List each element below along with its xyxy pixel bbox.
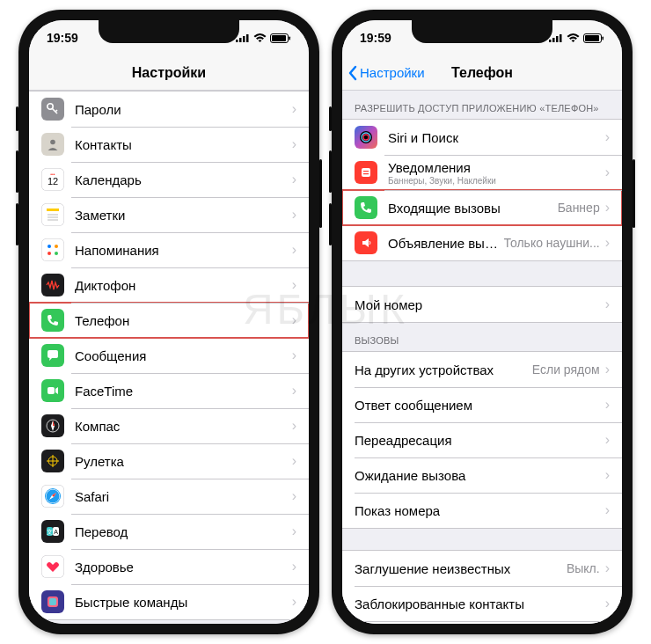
row-label: Напоминания <box>75 243 290 258</box>
settings-row[interactable]: Заметки› <box>29 197 309 232</box>
row-label: Входящие вызовы <box>388 201 558 216</box>
svg-rect-5 <box>272 35 286 41</box>
chevron-right-icon: › <box>292 101 296 117</box>
svg-rect-0 <box>236 40 238 42</box>
chevron-right-icon: › <box>605 235 610 251</box>
settings-row[interactable]: FaceTime› <box>29 373 309 408</box>
row-label: Заблокированные контакты <box>355 596 603 611</box>
settings-row[interactable]: 文AПеревод› <box>29 514 309 549</box>
svg-rect-37 <box>560 34 562 42</box>
settings-row[interactable]: Контакты› <box>29 127 309 162</box>
row-value: Только наушни... <box>504 236 600 250</box>
settings-row[interactable]: Диктофон› <box>29 267 309 303</box>
settings-row[interactable]: Рулетка› <box>29 443 309 479</box>
settings-row[interactable]: Входящие вызовыБаннер› <box>342 190 622 225</box>
chevron-right-icon: › <box>605 165 610 180</box>
notch <box>99 20 239 43</box>
person-icon <box>41 133 64 156</box>
settings-row[interactable]: Показ номера› <box>342 493 622 528</box>
shortcuts-icon <box>41 590 64 613</box>
chevron-right-icon: › <box>292 312 296 328</box>
settings-row[interactable]: Здоровье› <box>29 549 309 584</box>
settings-row[interactable]: Сообщать о спаме (SMS/звонки)› <box>342 621 622 624</box>
svg-rect-39 <box>585 35 599 41</box>
settings-row[interactable]: Заблокированные контакты› <box>342 586 622 621</box>
chevron-right-icon: › <box>292 383 296 399</box>
measure-icon <box>41 450 64 472</box>
svg-rect-45 <box>363 171 369 172</box>
chevron-right-icon: › <box>605 296 610 312</box>
cal-icon: •••12 <box>41 168 64 191</box>
notif-icon <box>355 161 377 184</box>
settings-row[interactable]: Ожидание вызова› <box>342 457 622 493</box>
row-label: На других устройствах <box>355 362 532 377</box>
settings-row[interactable]: На других устройствахЕсли рядом› <box>342 352 622 387</box>
chevron-right-icon: › <box>605 129 610 145</box>
svg-rect-3 <box>246 34 249 42</box>
section-header: РАЗРЕШИТЬ ДОСТУП ПРИЛОЖЕНИЮ «ТЕЛЕФОН» <box>342 91 622 119</box>
siri-icon <box>355 126 377 149</box>
status-time: 19:59 <box>360 31 391 45</box>
battery-icon <box>583 33 604 43</box>
row-label: Сообщения <box>75 348 290 363</box>
row-label: Компас <box>75 419 290 434</box>
svg-rect-6 <box>289 36 291 40</box>
svg-point-15 <box>48 245 51 248</box>
svg-rect-2 <box>243 36 245 42</box>
chevron-right-icon: › <box>292 523 296 539</box>
notes-icon <box>41 203 64 226</box>
settings-row[interactable]: Заглушение неизвестныхВыкл.› <box>342 551 622 586</box>
row-label: Переадресация <box>355 433 603 448</box>
row-label: Siri и Поиск <box>388 130 603 145</box>
svg-rect-34 <box>549 40 552 42</box>
row-label: Быстрые команды <box>75 595 290 610</box>
settings-row[interactable]: Сообщения› <box>29 338 309 373</box>
svg-rect-1 <box>239 38 242 42</box>
svg-point-18 <box>55 252 58 255</box>
phone-icon <box>41 309 64 332</box>
reminders-icon <box>41 238 64 261</box>
row-label: Здоровье <box>75 560 290 574</box>
chevron-right-icon: › <box>292 453 296 469</box>
row-label: Контакты <box>75 137 290 152</box>
svg-rect-44 <box>362 168 370 177</box>
settings-row[interactable]: Быстрые команды› <box>29 584 309 619</box>
settings-row[interactable]: •••12Календарь› <box>29 162 309 197</box>
row-label: Ожидание вызова <box>355 468 603 483</box>
phone-frame-right: 19:59 Настройки Телефон РАЗРЕШИТЬ ДОСТУП… <box>332 10 633 634</box>
svg-rect-19 <box>48 387 55 394</box>
row-label: Календарь <box>75 172 290 187</box>
back-button[interactable]: Настройки <box>347 55 425 90</box>
phone-frame-left: 19:59 Настройки Пароли›Контакты›•••12Кал… <box>18 10 319 634</box>
settings-row[interactable]: Напоминания› <box>29 232 309 267</box>
svg-rect-11 <box>47 209 59 211</box>
safari-icon <box>41 485 64 508</box>
health-icon <box>41 555 64 578</box>
settings-row[interactable]: Переадресация› <box>342 422 622 457</box>
settings-row[interactable]: Компас› <box>29 408 309 443</box>
row-value: Баннер <box>558 201 600 215</box>
notch <box>412 20 552 43</box>
chevron-right-icon: › <box>292 136 296 152</box>
svg-point-8 <box>50 140 55 145</box>
settings-row[interactable]: Пароли› <box>29 91 309 127</box>
settings-row[interactable]: Safari› <box>29 479 309 514</box>
settings-row[interactable]: Телефон› <box>29 303 309 338</box>
row-label: Объявление вызовов <box>388 236 504 251</box>
settings-row[interactable]: Siri и Поиск› <box>342 120 622 155</box>
settings-row[interactable]: Ответ сообщением› <box>342 387 622 422</box>
svg-point-17 <box>55 245 58 248</box>
settings-row[interactable]: Мой номер› <box>342 287 622 322</box>
svg-rect-36 <box>556 36 559 42</box>
svg-rect-35 <box>552 38 555 42</box>
page-title: Настройки <box>132 65 206 81</box>
settings-row[interactable]: Объявление вызововТолько наушни...› <box>342 225 622 260</box>
key-icon <box>41 98 64 121</box>
settings-row[interactable]: УведомленияБаннеры, Звуки, Наклейки› <box>342 155 622 190</box>
svg-point-7 <box>48 104 53 109</box>
chevron-right-icon: › <box>292 207 296 223</box>
announce-icon <box>355 231 377 254</box>
row-label: Телефон <box>75 313 290 328</box>
chevron-right-icon: › <box>292 172 296 187</box>
svg-text:文: 文 <box>47 529 53 535</box>
